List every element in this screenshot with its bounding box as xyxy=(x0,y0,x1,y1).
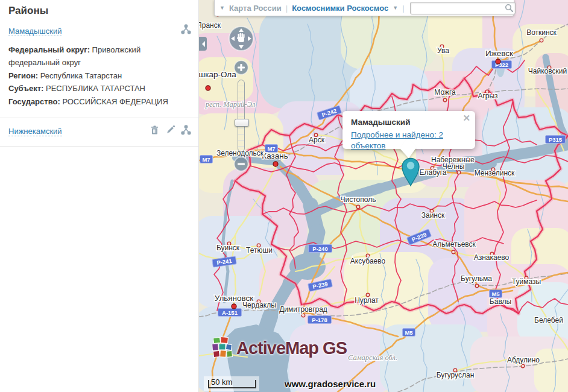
sidebar: Районы Мамадышский Федеральный округ: Пр… xyxy=(0,0,199,392)
map-canvas[interactable]: М7М7Р-242Р322Р315Р-240Р-241Р-239Р-239А-1… xyxy=(199,0,568,392)
svg-text:М5: М5 xyxy=(405,329,413,336)
attribution-link[interactable]: www.gradoservice.ru xyxy=(285,379,376,389)
svg-text:Бугульма: Бугульма xyxy=(461,274,492,283)
delete-icon[interactable] xyxy=(150,125,160,135)
zoom-out-button[interactable] xyxy=(233,156,249,172)
svg-text:Мензелинск: Мензелинск xyxy=(475,169,515,177)
svg-text:Р-240: Р-240 xyxy=(312,245,327,252)
svg-text:Нурлат: Нурлат xyxy=(355,296,379,305)
svg-text:Йошкар-Ола: Йошкар-Ола xyxy=(199,70,236,79)
close-icon[interactable]: ✕ xyxy=(462,113,470,122)
svg-text:Чердаклы: Чердаклы xyxy=(242,301,276,309)
svg-text:Ижевск: Ижевск xyxy=(485,49,513,58)
svg-text:Тетюши: Тетюши xyxy=(246,246,273,254)
divider: | xyxy=(286,4,288,13)
edit-icon[interactable] xyxy=(165,125,175,135)
svg-text:Арск: Арск xyxy=(309,136,325,144)
layer-tab-satellite[interactable]: Космоснимки Роскосмос xyxy=(292,4,388,13)
satellite-dropdown-icon[interactable]: ▼ xyxy=(393,5,398,11)
district-row-mamadyshsky: Мамадышский xyxy=(0,23,198,40)
share-icon[interactable] xyxy=(181,24,191,34)
popup-details-link[interactable]: Подробнее и найдено: 2 объектов xyxy=(351,130,443,150)
svg-text:Туймазы: Туймазы xyxy=(512,277,541,286)
search-input[interactable] xyxy=(410,2,516,14)
svg-text:Можга: Можга xyxy=(434,88,456,96)
svg-text:Самарская обл.: Самарская обл. xyxy=(348,353,397,362)
svg-text:Заинск: Заинск xyxy=(421,211,445,220)
activemap-logo-icon xyxy=(211,337,233,359)
search-icon[interactable] xyxy=(505,4,513,12)
svg-text:Агрыз: Агрыз xyxy=(478,92,498,100)
svg-text:Буинск: Буинск xyxy=(216,244,240,252)
svg-text:Яранск: Яранск xyxy=(199,21,221,30)
svg-text:Бугуруслан: Бугуруслан xyxy=(437,371,475,379)
zoom-slider-handle[interactable] xyxy=(235,119,249,127)
page-title: Районы xyxy=(0,0,198,23)
svg-text:Р315: Р315 xyxy=(549,136,563,143)
zoom-in-button[interactable] xyxy=(233,60,249,75)
detail-row: Государство: РОССИЙСКАЯ ФЕДЕРАЦИЯ xyxy=(8,95,190,108)
activemap-logo: ActiveMap GS xyxy=(211,337,347,359)
svg-text:М7: М7 xyxy=(202,156,210,163)
district-row-nizhnekamsky: Нижнекамский xyxy=(0,122,198,142)
district-details: Федеральный округ: Приволжский федеральн… xyxy=(0,40,198,114)
divider: | xyxy=(402,4,404,13)
pan-control[interactable] xyxy=(228,25,254,52)
map-marker-pin[interactable] xyxy=(399,155,423,189)
svg-text:Ува: Ува xyxy=(437,46,449,55)
activemap-app: Районы Мамадышский Федеральный округ: Пр… xyxy=(0,0,568,392)
popup-title: Мамадышский xyxy=(351,118,467,127)
svg-text:А-151: А-151 xyxy=(222,309,238,316)
layers-dropdown-icon[interactable]: ▼ xyxy=(219,5,225,11)
svg-text:Р-178: Р-178 xyxy=(312,317,327,323)
svg-text:Азнакаево: Азнакаево xyxy=(474,253,510,262)
svg-text:М7: М7 xyxy=(267,145,275,152)
map-base: М7М7Р-242Р322Р315Р-240Р-241Р-239Р-239А-1… xyxy=(199,0,568,392)
svg-text:Димитровград: Димитровград xyxy=(279,305,327,314)
divider xyxy=(0,118,198,118)
scale-line xyxy=(208,380,256,388)
svg-text:Бавлы: Бавлы xyxy=(490,297,511,306)
share-icon[interactable] xyxy=(181,125,191,135)
svg-text:Воткинск: Воткинск xyxy=(526,28,557,37)
scale-bar: 50 km xyxy=(204,376,259,391)
feature-popup: ✕ Мамадышский Подробнее и найдено: 2 объ… xyxy=(342,111,475,149)
district-link-nizhnekamsky[interactable]: Нижнекамский xyxy=(8,127,62,136)
layer-tab-base-map[interactable]: Карта России xyxy=(229,4,282,13)
zoom-slider-track[interactable] xyxy=(238,80,245,152)
svg-text:М5: М5 xyxy=(491,291,500,297)
svg-text:Чайковский: Чайковский xyxy=(528,67,567,75)
activemap-logo-text: ActiveMap GS xyxy=(236,338,347,358)
district-link-mamadyshsky[interactable]: Мамадышский xyxy=(8,27,62,36)
search-box xyxy=(410,2,516,14)
svg-text:Альметьевск: Альметьевск xyxy=(432,240,476,248)
svg-text:Абдулино: Абдулино xyxy=(507,356,540,364)
chevron-left-icon xyxy=(199,41,205,47)
detail-row: Регион: Республика Татарстан xyxy=(8,69,190,82)
svg-text:Чистополь: Чистополь xyxy=(341,195,376,204)
divider xyxy=(0,146,198,147)
svg-text:респ. Марий-Эл: респ. Марий-Эл xyxy=(205,100,256,109)
svg-text:Елабуга: Елабуга xyxy=(419,168,446,177)
detail-row: Субъект: РЕСПУБЛИКА ТАТАРСТАН xyxy=(8,82,190,95)
svg-text:Казань: Казань xyxy=(262,151,288,160)
sidebar-collapse-button[interactable] xyxy=(199,37,207,51)
detail-row: Федеральный округ: Приволжский федеральн… xyxy=(8,43,190,69)
svg-text:Белебей: Белебей xyxy=(534,316,563,324)
layer-toolbar: ▼ Карта России | Космоснимки Роскосмос ▼… xyxy=(214,0,514,16)
svg-text:Аксубаево: Аксубаево xyxy=(350,257,386,265)
